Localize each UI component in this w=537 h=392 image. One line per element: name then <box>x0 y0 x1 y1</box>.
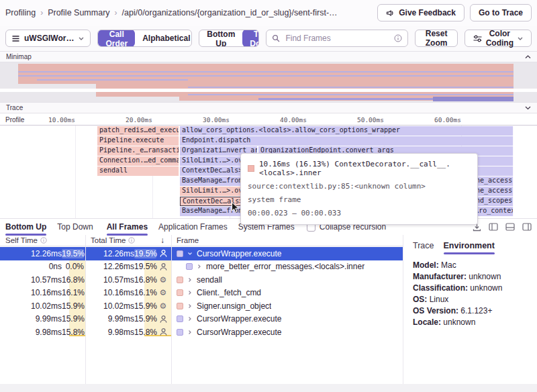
trace-header[interactable]: Trace <box>0 102 537 113</box>
tooltip-title: 10.16ms (16.13%) ContextDecorator.__call… <box>259 160 471 177</box>
tab-bottom-up[interactable]: Bottom Up <box>5 219 46 235</box>
thread-selector-dropdown[interactable]: uWSGIWor… <box>5 30 91 47</box>
flame-frame[interactable]: Endpoint.dispatch <box>180 136 514 146</box>
total-time-value: 9.98ms <box>91 328 134 337</box>
minimap-header[interactable]: Minimap <box>0 51 537 62</box>
find-frames-search[interactable] <box>266 30 408 47</box>
frame-column-header[interactable]: Frame <box>171 235 204 246</box>
tab-application-frames[interactable]: Application Frames <box>158 219 228 235</box>
table-row[interactable]: 0ns 0.0% 12.26ms 19.5% more_better_error… <box>0 260 403 274</box>
frame-color-swatch <box>177 315 183 322</box>
flame-frame[interactable]: patch_redis…ed_execute <box>97 126 179 136</box>
frame-color-swatch <box>177 289 183 296</box>
sort-option-call-order[interactable]: Call Order <box>98 30 135 47</box>
time-axis: Profile 10.00ms20.00ms30.00ms40.00ms50.0… <box>0 113 537 126</box>
frame-color-swatch <box>177 277 183 283</box>
environment-field-label: Manufacturer: <box>413 272 467 281</box>
table-row[interactable]: 9.98ms 15.8% 9.98ms 15.8% CursorWrapper.… <box>0 326 403 339</box>
view-option-bottom-up[interactable]: Bottom Up <box>199 30 242 47</box>
layout-bottom-panel-icon[interactable] <box>505 223 515 231</box>
table-row[interactable]: 10.16ms 16.1% 10.16ms 16.1% ⚙ Client._fe… <box>0 287 403 300</box>
chevron-right-icon[interactable] <box>187 290 193 295</box>
self-time-label: Self Time <box>5 236 38 244</box>
chevron-up-icon[interactable] <box>525 55 531 59</box>
trace-label: Trace <box>6 104 23 111</box>
user-icon <box>156 249 170 258</box>
breadcrumb-profiling[interactable]: Profiling <box>5 8 36 17</box>
info-icon <box>40 237 47 244</box>
give-feedback-button[interactable]: Give Feedback <box>377 4 465 21</box>
chevron-down-icon[interactable] <box>525 106 531 110</box>
details-side-panel: TraceEnvironment Model: MacManufacturer:… <box>403 234 537 392</box>
flame-frame[interactable]: ne_access <box>474 177 514 186</box>
sort-order-group: Call OrderAlphabeticalLeft Heavy <box>97 30 192 47</box>
flame-frame[interactable]: ne_access <box>474 187 514 196</box>
chevron-right-icon[interactable] <box>187 303 193 309</box>
layout-left-panel-icon[interactable] <box>489 223 498 231</box>
chevron-right-icon[interactable] <box>187 277 193 283</box>
reset-zoom-button[interactable]: Reset Zoom <box>415 30 457 47</box>
breadcrumb-transaction-path: /api/0/organizations/{organization_id_or… <box>122 8 338 17</box>
details-tab-trace[interactable]: Trace <box>413 238 434 254</box>
self-time-value: 9.99ms <box>5 314 62 324</box>
chevron-down-icon[interactable] <box>187 251 193 256</box>
self-time-value: 10.16ms <box>5 288 62 297</box>
flame-frame[interactable]: sendall <box>97 166 179 176</box>
environment-field: OS: Linux <box>413 294 528 305</box>
user-icon <box>156 262 170 271</box>
total-time-percent: 15.9% <box>134 301 156 311</box>
frame-name: more_better_error_messages.<locals>.inne… <box>206 262 364 271</box>
go-to-trace-button[interactable]: Go to Trace <box>470 4 532 21</box>
environment-field-label: OS Version: <box>413 306 458 315</box>
self-time-value: 12.26ms <box>5 249 62 258</box>
tab-all-frames[interactable]: All Frames <box>107 219 148 235</box>
table-row[interactable]: 10.02ms 15.9% 10.02ms 15.9% ⚙ Signer.uns… <box>0 299 403 313</box>
view-option-top-down[interactable]: Top Down <box>242 30 259 47</box>
frames-table: 12.26ms 19.5% 12.26ms 19.5% CursorWrappe… <box>0 247 403 339</box>
details-tab-environment[interactable]: Environment <box>444 238 495 254</box>
flamegraph-toolbar: uWSGIWor… Call OrderAlphabeticalLeft Hea… <box>0 26 537 51</box>
self-time-value: 10.02ms <box>5 301 62 311</box>
sort-descending-icon[interactable]: ↓ <box>160 236 164 245</box>
layout-right-panel-icon[interactable] <box>522 223 532 231</box>
self-time-value: 10.57ms <box>5 275 62 285</box>
orientation-tabs: Bottom UpTop Down <box>5 219 93 235</box>
flame-frame[interactable]: nd_scopes <box>474 197 514 206</box>
breadcrumb: Profiling › Profile Summary › /api/0/org… <box>5 8 338 17</box>
flame-frame[interactable]: Connection.…ed_command <box>97 156 179 166</box>
self-time-column-header[interactable]: Self Time <box>0 235 85 246</box>
table-row[interactable]: 10.57ms 16.8% 10.57ms 16.8% ⚙ sendall <box>0 273 403 287</box>
info-icon <box>394 34 402 42</box>
breadcrumb-profile-summary[interactable]: Profile Summary <box>48 8 109 17</box>
table-row[interactable]: 9.99ms 15.9% 9.99ms 15.9% CursorWrapper.… <box>0 313 403 326</box>
tab-top-down[interactable]: Top Down <box>57 219 93 235</box>
environment-field-label: OS: <box>413 295 427 304</box>
flame-frame[interactable]: Pipeline.execute <box>97 136 179 146</box>
minimap-canvas[interactable] <box>0 62 537 102</box>
environment-field: Manufacturer: unknown <box>413 271 528 283</box>
total-time-percent: 15.8% <box>134 328 156 337</box>
total-time-column-header[interactable]: Total Time ↓ <box>85 235 171 246</box>
flame-frame[interactable]: Pipeline._e…ransaction <box>97 146 179 156</box>
search-input[interactable] <box>284 33 390 44</box>
chevron-right-icon[interactable] <box>197 264 202 269</box>
minimap-label: Minimap <box>6 53 32 60</box>
environment-field-value: Linux <box>427 295 448 304</box>
info-icon <box>128 237 135 244</box>
environment-field-value: Mac <box>439 260 456 270</box>
environment-field: Model: Mac <box>413 260 528 271</box>
tooltip-time-range: 00:00.023 — 00:00.033 <box>248 209 471 217</box>
total-time-label: Total Time <box>91 236 126 244</box>
table-header: Self Time Total Time ↓ Frame <box>0 235 403 246</box>
self-time-value: 0ns <box>5 262 62 271</box>
color-coding-button[interactable]: Color Coding <box>465 30 532 47</box>
table-row[interactable]: 12.26ms 19.5% 12.26ms 19.5% CursorWrappe… <box>0 247 403 260</box>
sort-option-alphabetical[interactable]: Alphabetical <box>135 30 192 47</box>
axis-tick-label: 30.00ms <box>203 116 230 124</box>
chevron-right-icon[interactable] <box>187 330 193 335</box>
environment-field-value: unknown <box>468 283 502 293</box>
profile-row-label: Profile <box>5 116 24 124</box>
flame-frame[interactable]: allow_cors_options.<locals>.allow_cors_o… <box>180 126 514 136</box>
chevron-right-icon[interactable] <box>187 316 193 322</box>
search-icon <box>272 34 280 42</box>
